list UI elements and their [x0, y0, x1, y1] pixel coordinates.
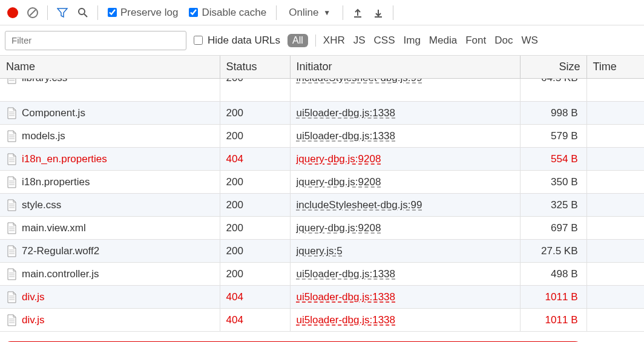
file-name: div.js — [22, 314, 44, 326]
initiator-link[interactable]: ui5loader-dbg.js:1338 — [297, 268, 396, 280]
filter-icon[interactable] — [54, 4, 71, 21]
size-value: 697 B — [551, 222, 577, 234]
size-value: 998 B — [551, 107, 577, 119]
file-icon — [6, 79, 17, 84]
filter-type-doc[interactable]: Doc — [494, 35, 513, 47]
file-icon — [6, 314, 17, 326]
status-code: 404 — [226, 153, 243, 165]
filter-type-font[interactable]: Font — [465, 35, 486, 47]
column-header-status[interactable]: Status — [220, 56, 290, 79]
initiator-link[interactable]: ui5loader-dbg.js:1338 — [297, 291, 396, 303]
file-name: style.css — [22, 199, 61, 211]
preserve-log-toggle[interactable]: Preserve log — [108, 7, 178, 19]
network-throttle-select[interactable]: Online ▼ — [283, 7, 337, 19]
filter-type-all[interactable]: All — [288, 34, 308, 47]
size-value: 579 B — [551, 130, 577, 142]
column-header-size[interactable]: Size — [520, 56, 586, 79]
status-code: 200 — [226, 130, 243, 142]
size-value: 27.5 KB — [541, 245, 578, 257]
status-code: 200 — [226, 245, 243, 257]
file-name: Component.js — [22, 107, 85, 119]
file-icon — [6, 176, 17, 188]
initiator-link[interactable]: includeStylesheet-dbg.js:99 — [297, 79, 422, 84]
svg-line-3 — [84, 14, 87, 17]
table-row[interactable]: models.js200ui5loader-dbg.js:1338579 B — [0, 125, 644, 148]
toolbar-divider — [393, 5, 393, 20]
file-name: i18n.properties — [22, 176, 90, 188]
file-icon — [6, 199, 17, 211]
table-row[interactable]: Component.js200ui5loader-dbg.js:1338998 … — [0, 102, 644, 125]
filter-type-xhr[interactable]: XHR — [323, 35, 345, 47]
table-row[interactable]: library.css200includeStylesheet-dbg.js:9… — [0, 79, 644, 102]
upload-icon[interactable] — [349, 4, 366, 21]
disable-cache-label: Disable cache — [202, 7, 266, 19]
filter-type-css[interactable]: CSS — [374, 35, 395, 47]
clear-icon[interactable] — [24, 4, 41, 21]
hide-data-urls-toggle[interactable]: Hide data URLs — [194, 35, 280, 47]
file-name: main.controller.js — [22, 268, 99, 280]
file-icon — [6, 291, 17, 303]
table-row[interactable]: 72-Regular.woff2200jquery.js:527.5 KB — [0, 240, 644, 263]
initiator-link[interactable]: ui5loader-dbg.js:1338 — [297, 314, 396, 326]
filter-type-img[interactable]: Img — [404, 35, 421, 47]
table-row[interactable]: main.view.xml200jquery-dbg.js:9208697 B — [0, 217, 644, 240]
hide-data-urls-label: Hide data URLs — [208, 35, 280, 47]
search-icon[interactable] — [74, 4, 91, 21]
table-row[interactable]: div.js404ui5loader-dbg.js:13381011 B — [0, 309, 644, 332]
toolbar-divider — [276, 5, 277, 20]
status-code: 200 — [226, 268, 243, 280]
status-code: 404 — [226, 291, 243, 303]
initiator-link[interactable]: jquery-dbg.js:9208 — [297, 222, 381, 234]
size-value: 350 B — [551, 176, 577, 188]
size-value: 1011 B — [545, 291, 578, 303]
chevron-down-icon: ▼ — [323, 8, 330, 17]
status-code: 200 — [226, 107, 243, 119]
file-name: main.view.xml — [22, 222, 86, 234]
preserve-log-checkbox[interactable] — [108, 8, 117, 17]
filter-type-media[interactable]: Media — [429, 35, 457, 47]
toolbar-divider — [343, 5, 343, 20]
table-row[interactable]: i18n.properties200jquery-dbg.js:9208350 … — [0, 171, 644, 194]
status-code: 200 — [226, 222, 243, 234]
filter-type-ws[interactable]: WS — [521, 35, 537, 47]
initiator-link[interactable]: jquery.js:5 — [297, 245, 343, 257]
size-value: 64.5 KB — [541, 79, 578, 84]
filter-type-js[interactable]: JS — [353, 35, 366, 47]
file-name: models.js — [22, 130, 65, 142]
status-code: 200 — [226, 79, 243, 84]
table-row[interactable]: main.controller.js200ui5loader-dbg.js:13… — [0, 263, 644, 286]
record-button[interactable] — [7, 7, 18, 18]
size-value: 1011 B — [545, 314, 578, 326]
table-row[interactable]: style.css200includeStylesheet-dbg.js:993… — [0, 194, 644, 217]
file-icon — [6, 107, 17, 119]
file-name: div.js — [22, 291, 44, 303]
status-code: 200 — [226, 199, 243, 211]
initiator-link[interactable]: ui5loader-dbg.js:1338 — [297, 130, 396, 142]
column-header-time[interactable]: Time — [586, 56, 644, 79]
size-value: 498 B — [551, 268, 577, 280]
download-icon[interactable] — [370, 4, 387, 21]
file-name: 72-Regular.woff2 — [22, 245, 99, 257]
table-row[interactable]: div.js404ui5loader-dbg.js:13381011 B — [0, 286, 644, 309]
filter-input[interactable] — [5, 31, 186, 50]
status-code: 404 — [226, 314, 243, 326]
disable-cache-toggle[interactable]: Disable cache — [189, 7, 266, 19]
table-row[interactable]: i18n_en.properties404jquery-dbg.js:92085… — [0, 148, 644, 171]
file-icon — [6, 245, 17, 257]
initiator-link[interactable]: jquery-dbg.js:9208 — [297, 176, 381, 188]
svg-line-1 — [30, 10, 36, 16]
size-value: 325 B — [551, 199, 577, 211]
column-header-initiator[interactable]: Initiator — [290, 56, 520, 79]
svg-point-2 — [79, 8, 85, 15]
initiator-link[interactable]: jquery-dbg.js:9208 — [297, 153, 381, 165]
throttle-label: Online — [289, 7, 318, 19]
initiator-link[interactable]: includeStylesheet-dbg.js:99 — [297, 199, 422, 211]
column-header-name[interactable]: Name — [0, 56, 220, 79]
initiator-link[interactable]: ui5loader-dbg.js:1338 — [297, 107, 396, 119]
file-icon — [6, 268, 17, 280]
file-icon — [6, 130, 17, 142]
disable-cache-checkbox[interactable] — [189, 8, 198, 17]
file-name: library.css — [22, 79, 67, 84]
hide-data-urls-checkbox[interactable] — [194, 36, 203, 45]
status-code: 200 — [226, 176, 243, 188]
